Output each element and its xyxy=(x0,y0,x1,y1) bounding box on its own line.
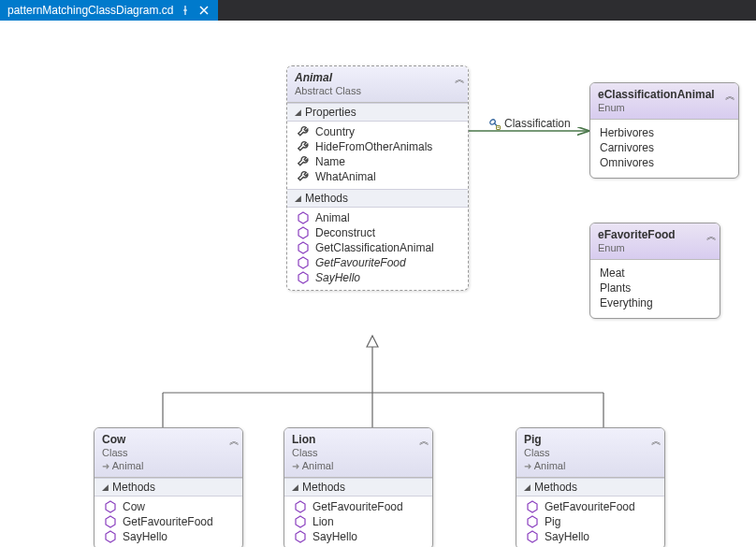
class-animal-title: Animal xyxy=(295,71,460,84)
twisty-icon: ◢ xyxy=(102,482,109,492)
method-item[interactable]: Animal xyxy=(291,210,464,225)
section-methods-header[interactable]: ◢ Methods xyxy=(94,478,242,497)
enum-classification[interactable]: eClassificationAnimal Enum ︽ Herbivores … xyxy=(589,82,739,179)
twisty-icon: ◢ xyxy=(292,482,298,492)
title-bar: patternMatchingClassDiagram.cd xyxy=(0,0,756,21)
enum-food[interactable]: eFavoriteFood Enum ︽ Meat Plants Everyth… xyxy=(589,223,720,319)
section-properties-header[interactable]: ◢ Properties xyxy=(287,103,468,122)
property-icon xyxy=(487,117,501,130)
method-item[interactable]: GetFavouriteFood xyxy=(288,499,429,514)
section-methods-label: Methods xyxy=(305,192,348,205)
class-cow-title: Cow xyxy=(102,433,235,446)
method-icon xyxy=(297,271,310,284)
class-animal-subtitle: Abstract Class xyxy=(295,85,460,96)
method-item[interactable]: GetFavouriteFood xyxy=(520,499,661,514)
wrench-icon xyxy=(297,170,310,183)
enum-food-body: Meat Plants Everything xyxy=(590,260,720,318)
method-label: Deconstruct xyxy=(315,226,375,239)
method-label: Cow xyxy=(123,500,145,513)
property-item[interactable]: WhatAnimal xyxy=(291,169,464,184)
method-label: GetFavouriteFood xyxy=(123,515,213,528)
twisty-icon: ◢ xyxy=(295,194,301,203)
section-methods-body: GetFavouriteFood Lion SayHello xyxy=(284,497,432,547)
class-lion-header: Lion Class Animal ︽ xyxy=(284,428,432,478)
method-icon xyxy=(294,500,307,513)
property-item[interactable]: Country xyxy=(291,124,464,139)
enum-value[interactable]: Omnivores xyxy=(600,155,729,170)
method-icon xyxy=(294,515,307,528)
section-methods-body: Cow GetFavouriteFood SayHello xyxy=(94,497,242,547)
enum-value[interactable]: Carnivores xyxy=(600,140,729,155)
association-label-text: Classification xyxy=(504,117,571,130)
section-methods-header[interactable]: ◢ Methods xyxy=(516,478,664,497)
collapse-icon[interactable]: ︽ xyxy=(229,434,237,448)
document-tab[interactable]: patternMatchingClassDiagram.cd xyxy=(0,0,218,21)
method-item[interactable]: GetClassificationAnimal xyxy=(291,240,464,255)
enum-classification-header: eClassificationAnimal Enum ︽ xyxy=(590,83,738,120)
method-icon xyxy=(104,515,117,528)
section-methods-label: Methods xyxy=(302,481,345,494)
method-icon xyxy=(297,256,310,269)
section-methods-header[interactable]: ◢ Methods xyxy=(287,189,468,208)
method-icon xyxy=(297,241,310,254)
property-item[interactable]: Name xyxy=(291,154,464,169)
method-label: Animal xyxy=(315,211,350,224)
class-lion-inherits: Animal xyxy=(292,460,425,471)
collapse-icon[interactable]: ︽ xyxy=(725,89,733,103)
method-item[interactable]: Cow xyxy=(98,499,239,514)
class-lion-subtitle: Class xyxy=(292,447,425,458)
association-label: Classification xyxy=(487,117,571,130)
wrench-icon xyxy=(297,155,310,168)
close-icon[interactable] xyxy=(197,4,211,17)
method-label: GetFavouriteFood xyxy=(313,500,403,513)
method-item[interactable]: SayHello xyxy=(98,529,239,544)
property-label: Name xyxy=(315,155,345,168)
property-label: WhatAnimal xyxy=(315,170,376,183)
section-methods-body: GetFavouriteFood Pig SayHello xyxy=(516,497,664,547)
method-item[interactable]: SayHello xyxy=(291,270,464,285)
method-label: SayHello xyxy=(313,530,357,543)
method-item[interactable]: GetFavouriteFood xyxy=(291,255,464,270)
method-item[interactable]: SayHello xyxy=(288,529,429,544)
collapse-icon[interactable]: ︽ xyxy=(651,434,659,448)
class-pig-subtitle: Class xyxy=(524,447,657,458)
method-item[interactable]: Lion xyxy=(288,514,429,529)
collapse-icon[interactable]: ︽ xyxy=(419,434,427,448)
method-item[interactable]: GetFavouriteFood xyxy=(98,514,239,529)
property-label: HideFromOtherAnimals xyxy=(315,140,432,153)
enum-value[interactable]: Everything xyxy=(600,295,710,310)
method-item[interactable]: Deconstruct xyxy=(291,225,464,240)
collapse-icon[interactable]: ︽ xyxy=(706,229,714,243)
method-item[interactable]: Pig xyxy=(520,514,661,529)
class-pig-header: Pig Class Animal ︽ xyxy=(516,428,664,478)
class-pig-inherits: Animal xyxy=(524,460,657,471)
diagram-canvas[interactable]: Classification Animal Abstract Class ︽ ◢… xyxy=(0,21,756,547)
twisty-icon: ◢ xyxy=(295,108,301,117)
method-icon xyxy=(526,500,539,513)
class-lion[interactable]: Lion Class Animal ︽ ◢ Methods GetFavouri… xyxy=(284,427,433,547)
enum-value[interactable]: Plants xyxy=(600,281,710,295)
enum-food-subtitle: Enum xyxy=(598,242,712,253)
pin-icon[interactable] xyxy=(179,4,192,17)
class-lion-title: Lion xyxy=(292,433,425,446)
method-icon xyxy=(294,530,307,543)
class-animal[interactable]: Animal Abstract Class ︽ ◢ Properties Cou… xyxy=(286,65,469,291)
property-item[interactable]: HideFromOtherAnimals xyxy=(291,139,464,154)
enum-value[interactable]: Meat xyxy=(600,266,710,281)
tab-label: patternMatchingClassDiagram.cd xyxy=(7,4,173,17)
enum-classification-title: eClassificationAnimal xyxy=(598,88,731,101)
wrench-icon xyxy=(297,125,310,138)
wrench-icon xyxy=(297,140,310,153)
method-item[interactable]: SayHello xyxy=(520,529,661,544)
method-label: SayHello xyxy=(123,530,167,543)
method-icon xyxy=(104,500,117,513)
section-methods-header[interactable]: ◢ Methods xyxy=(284,478,432,497)
enum-value[interactable]: Herbivores xyxy=(600,125,729,140)
method-label: GetFavouriteFood xyxy=(545,500,635,513)
method-icon xyxy=(297,226,310,239)
class-cow[interactable]: Cow Class Animal ︽ ◢ Methods Cow GetFavo… xyxy=(94,427,243,547)
class-pig[interactable]: Pig Class Animal ︽ ◢ Methods GetFavourit… xyxy=(516,427,665,547)
collapse-icon[interactable]: ︽ xyxy=(455,72,462,86)
class-cow-header: Cow Class Animal ︽ xyxy=(94,428,242,478)
enum-classification-body: Herbivores Carnivores Omnivores xyxy=(590,120,738,178)
